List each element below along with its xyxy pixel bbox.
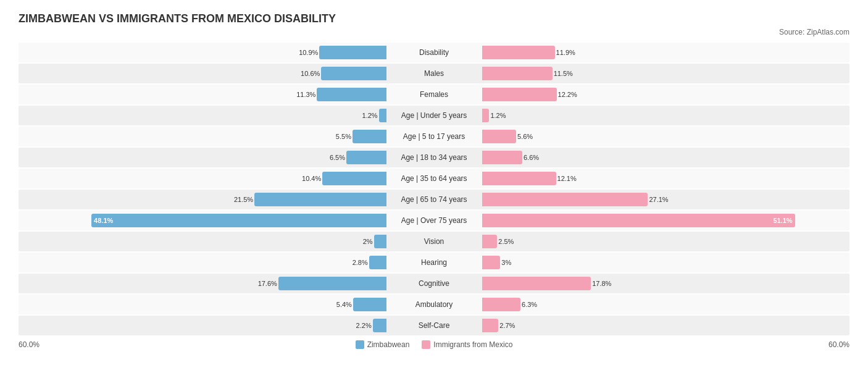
bar-blue: [278, 277, 386, 290]
bar-row: 2%Vision2.5%: [19, 232, 849, 251]
right-value: 5.6%: [517, 133, 533, 140]
bar-blue: [317, 88, 386, 101]
legend-swatch-blue: [356, 340, 364, 349]
bar-row: 10.6%Males11.5%: [19, 64, 849, 83]
right-value: 17.8%: [592, 280, 611, 287]
right-value: 27.1%: [649, 196, 668, 203]
bar-blue: [373, 319, 386, 332]
bar-pink: [482, 256, 501, 269]
bar-center-label: Age | 18 to 34 years: [386, 153, 482, 162]
legend-item-mexico: Immigrants from Mexico: [422, 340, 512, 349]
right-value: 11.5%: [554, 70, 573, 77]
bar-center-label: Age | 35 to 64 years: [386, 174, 482, 183]
bar-blue: [319, 46, 386, 59]
bar-row: 6.5%Age | 18 to 34 years6.6%: [19, 148, 849, 167]
left-value: 17.6%: [258, 280, 277, 287]
bar-blue: [353, 298, 386, 311]
left-value: 21.5%: [234, 196, 253, 203]
bar-pink: [482, 172, 556, 185]
left-value: 5.4%: [336, 301, 352, 308]
right-value: 2.5%: [498, 238, 514, 245]
bar-pink: 51.1%: [482, 214, 795, 227]
bar-row: 11.3%Females12.2%: [19, 85, 849, 104]
bar-center-label: Hearing: [386, 258, 482, 267]
bar-pink: [482, 109, 490, 122]
left-value: 2.8%: [353, 259, 368, 266]
bar-row: 21.5%Age | 65 to 74 years27.1%: [19, 190, 849, 209]
bar-pink: [482, 151, 523, 164]
left-value: 1.2%: [362, 112, 378, 119]
chart-container: 10.9%Disability11.9%10.6%Males11.5%11.3%…: [19, 43, 849, 335]
axis-left-label: 60.0%: [19, 340, 40, 349]
bar-blue: [346, 151, 386, 164]
right-value: 1.2%: [490, 112, 506, 119]
legend: 60.0% Zimbabwean Immigrants from Mexico …: [19, 340, 849, 349]
axis-right-label: 60.0%: [828, 340, 849, 349]
bar-row: 10.4%Age | 35 to 64 years12.1%: [19, 169, 849, 188]
right-value: 2.7%: [499, 322, 515, 329]
bar-center-label: Age | Under 5 years: [386, 111, 482, 120]
bar-row: 17.6%Cognitive17.8%: [19, 274, 849, 293]
bar-blue: [379, 109, 386, 122]
bar-center-label: Ambulatory: [386, 300, 482, 309]
bar-row: 2.2%Self-Care2.7%: [19, 316, 849, 335]
bar-pink: [482, 88, 557, 101]
bar-center-label: Age | 65 to 74 years: [386, 195, 482, 204]
right-value: 6.3%: [522, 301, 537, 308]
legend-label-zimbabwean: Zimbabwean: [367, 340, 410, 349]
left-value: 10.9%: [299, 49, 318, 56]
right-value: 11.9%: [556, 49, 575, 56]
right-value: 12.2%: [558, 91, 577, 98]
left-value: 10.4%: [302, 175, 321, 182]
bar-blue: [254, 193, 386, 206]
legend-items: Zimbabwean Immigrants from Mexico: [40, 340, 828, 349]
bar-pink: [482, 46, 555, 59]
bar-center-label: Age | 5 to 17 years: [386, 132, 482, 141]
legend-item-zimbabwean: Zimbabwean: [356, 340, 410, 349]
left-value: 10.6%: [301, 70, 320, 77]
bar-center-label: Disability: [386, 48, 482, 57]
source-label: Source: ZipAtlas.com: [19, 28, 849, 36]
bar-pink: [482, 235, 498, 248]
bar-pink: [482, 193, 648, 206]
left-value: 2.2%: [356, 322, 372, 329]
bar-center-label: Self-Care: [386, 321, 482, 330]
bar-center-label: Vision: [386, 237, 482, 246]
left-value: 2%: [363, 238, 373, 245]
left-value: 5.5%: [336, 133, 351, 140]
bar-row: 5.4%Ambulatory6.3%: [19, 295, 849, 314]
bar-row: 48.1%Age | Over 75 years51.1%: [19, 211, 849, 230]
bar-blue: [353, 130, 386, 143]
right-value: 6.6%: [524, 154, 539, 161]
bar-center-label: Cognitive: [386, 279, 482, 288]
bar-pink: [482, 67, 553, 80]
bar-pink: [482, 319, 499, 332]
bar-center-label: Males: [386, 69, 482, 78]
bar-pink: [482, 130, 517, 143]
bar-pink: [482, 277, 591, 290]
right-value: 51.1%: [773, 217, 795, 224]
bar-blue: [321, 67, 386, 80]
right-value: 3%: [501, 259, 511, 266]
bar-row: 2.8%Hearing3%: [19, 253, 849, 272]
bar-row: 5.5%Age | 5 to 17 years5.6%: [19, 127, 849, 146]
bar-row: 1.2%Age | Under 5 years1.2%: [19, 106, 849, 125]
bar-blue: [374, 235, 386, 248]
bar-blue: [322, 172, 386, 185]
legend-label-mexico: Immigrants from Mexico: [433, 340, 512, 349]
right-value: 12.1%: [557, 175, 577, 182]
legend-swatch-pink: [422, 340, 430, 349]
bar-center-label: Females: [386, 90, 482, 99]
bar-blue: 48.1%: [91, 214, 386, 227]
left-value: 48.1%: [91, 217, 113, 224]
bar-center-label: Age | Over 75 years: [386, 216, 482, 225]
bar-row: 10.9%Disability11.9%: [19, 43, 849, 62]
bar-blue: [369, 256, 386, 269]
chart-title: ZIMBABWEAN VS IMMIGRANTS FROM MEXICO DIS…: [19, 12, 849, 25]
bar-pink: [482, 298, 521, 311]
left-value: 11.3%: [296, 91, 315, 98]
left-value: 6.5%: [330, 154, 345, 161]
